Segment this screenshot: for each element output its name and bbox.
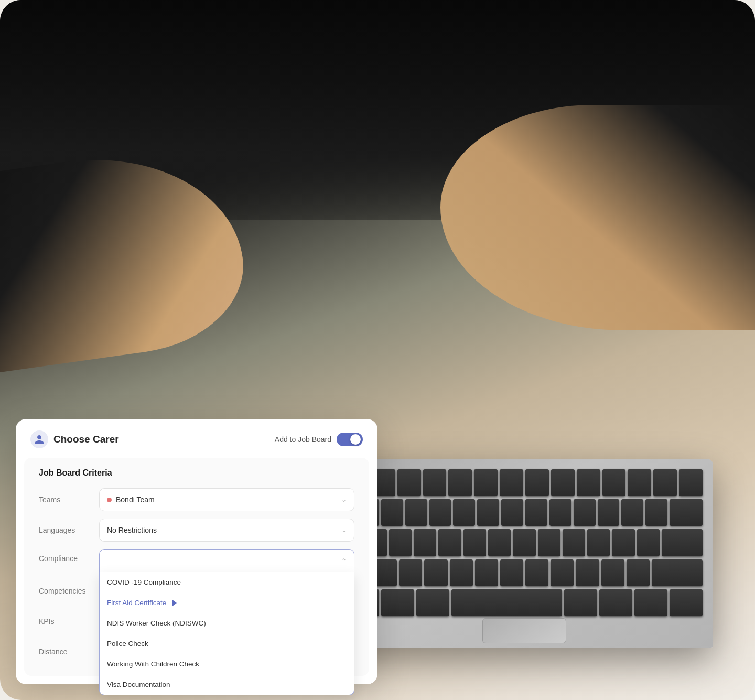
teams-label: Teams: [39, 496, 99, 504]
key: [637, 529, 660, 556]
teams-chevron-icon: ⌄: [341, 497, 347, 503]
card-body: Job Board Criteria Teams Bondi Team ⌄ La…: [24, 458, 369, 676]
compliance-option-firstaid[interactable]: First Aid Certificate: [100, 593, 354, 613]
key: [463, 529, 486, 556]
key: [416, 589, 449, 616]
key: [500, 559, 523, 586]
key: [453, 499, 475, 526]
kpis-label: KPIs: [39, 617, 99, 626]
compliance-option-firstaid-label: First Aid Certificate: [107, 599, 166, 607]
key: [450, 559, 473, 586]
compliance-option-ndis[interactable]: NDIS Worker Check (NDISWC): [100, 613, 354, 633]
avatar: [30, 430, 48, 448]
key: [475, 559, 498, 586]
key: [602, 469, 626, 496]
keyboard-row-2: [346, 499, 703, 526]
compliance-container: ⌃ COVID -19 Compliance First Aid Certifi…: [99, 549, 354, 572]
languages-label: Languages: [39, 526, 99, 534]
compliance-label: Compliance: [39, 549, 99, 563]
compliance-option-children-label: Working With Children Check: [107, 660, 199, 668]
key: [381, 589, 414, 616]
compliance-select[interactable]: ⌃: [99, 549, 354, 572]
add-to-job-board-label: Add to Job Board: [275, 435, 331, 444]
compliance-option-children[interactable]: Working With Children Check: [100, 654, 354, 674]
header-left: Choose Carer: [30, 430, 119, 448]
key: [679, 469, 703, 496]
key: [525, 499, 547, 526]
languages-select-content: No Restrictions: [107, 526, 157, 534]
key: [389, 529, 412, 556]
teams-select[interactable]: Bondi Team ⌄: [99, 488, 354, 511]
key: [500, 469, 523, 496]
key: [670, 589, 703, 616]
competencies-label: Competencies: [39, 587, 99, 595]
key: [488, 529, 511, 556]
key: [598, 499, 620, 526]
key: [627, 559, 650, 586]
key: [563, 529, 585, 556]
teams-value: Bondi Team: [116, 496, 155, 504]
key: [634, 589, 667, 616]
key: [424, 559, 447, 586]
key: [477, 499, 499, 526]
choose-carer-card: Choose Carer Add to Job Board Job Board …: [16, 419, 378, 684]
key: [513, 529, 535, 556]
key: [628, 469, 651, 496]
languages-select[interactable]: No Restrictions ⌄: [99, 519, 354, 542]
trackpad: [482, 618, 566, 643]
scene-wrapper: Choose Carer Add to Job Board Job Board …: [0, 0, 755, 700]
compliance-option-police[interactable]: Police Check: [100, 633, 354, 654]
key: [653, 469, 677, 496]
laptop-body: [336, 459, 713, 648]
key: [577, 469, 600, 496]
key: [599, 589, 632, 616]
key: [525, 559, 548, 586]
key: [645, 499, 667, 526]
key: [551, 469, 575, 496]
compliance-option-visa-label: Visa Documentation: [107, 681, 170, 688]
key: [501, 499, 523, 526]
job-board-toggle[interactable]: [337, 433, 363, 446]
teams-row: Teams Bondi Team ⌄: [39, 488, 354, 511]
card-title: Choose Carer: [53, 434, 119, 445]
keyboard-area: [346, 469, 703, 616]
compliance-option-covid-label: COVID -19 Compliance: [107, 578, 181, 586]
key: [612, 529, 634, 556]
teams-select-content: Bondi Team: [107, 496, 155, 504]
compliance-option-covid[interactable]: COVID -19 Compliance: [100, 572, 354, 593]
key: [538, 529, 560, 556]
languages-row: Languages No Restrictions ⌄: [39, 519, 354, 542]
user-icon: [34, 434, 45, 445]
compliance-row: Compliance ⌃ COVID -19 Compliance First …: [39, 549, 354, 572]
key: [662, 529, 703, 556]
keyboard-row-1: [346, 469, 703, 496]
key: [587, 529, 610, 556]
key: [438, 529, 461, 556]
key: [621, 499, 643, 526]
key: [574, 499, 596, 526]
languages-chevron-icon: ⌄: [341, 527, 347, 533]
keyboard-row-3: [346, 529, 703, 556]
header-right: Add to Job Board: [275, 433, 363, 446]
keyboard-row-5: [346, 589, 703, 616]
compliance-option-police-label: Police Check: [107, 640, 148, 648]
key: [564, 589, 597, 616]
key: [399, 559, 422, 586]
keyboard-row-4: [346, 559, 703, 586]
key: [670, 499, 703, 526]
key: [414, 529, 436, 556]
key: [525, 469, 549, 496]
key: [601, 559, 624, 586]
distance-label: Distance: [39, 648, 99, 656]
key: [549, 499, 571, 526]
key: [652, 559, 703, 586]
compliance-dropdown: COVID -19 Compliance First Aid Certifica…: [99, 572, 354, 695]
key: [474, 469, 498, 496]
key: [423, 469, 447, 496]
compliance-option-ndis-label: NDIS Worker Check (NDISWC): [107, 619, 206, 627]
compliance-option-visa[interactable]: Visa Documentation: [100, 674, 354, 695]
section-title: Job Board Criteria: [39, 468, 354, 478]
selected-arrow-icon: [172, 600, 177, 606]
key: [397, 469, 421, 496]
key: [576, 559, 599, 586]
